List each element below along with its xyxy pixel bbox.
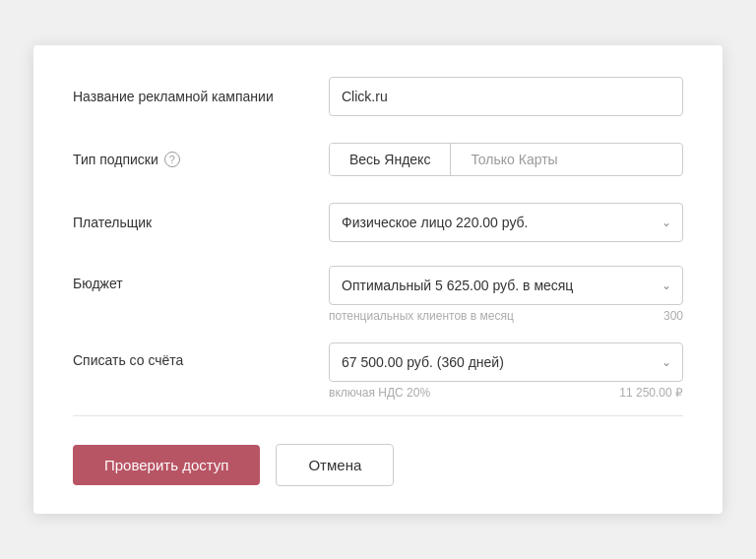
budget-select-wrapper: Оптимальный 5 625.00 руб. в месяц ⌄ [329, 266, 683, 305]
subscription-type-row: Тип подписки ? Весь Яндекс Только Карты [73, 140, 683, 179]
deduct-select[interactable]: 67 500.00 руб. (360 дней) [329, 342, 683, 382]
deduct-row: Списать со счёта 67 500.00 руб. (360 дне… [73, 342, 683, 400]
subscription-type-label: Тип подписки ? [73, 152, 329, 167]
modal-form: Название рекламной кампании Тип подписки… [33, 45, 723, 514]
deduct-hint: включая НДС 20% 11 250.00 ₽ [329, 386, 683, 400]
subscription-type-control: Весь Яндекс Только Карты [329, 143, 683, 176]
subscription-help-icon[interactable]: ? [164, 152, 180, 167]
check-access-button[interactable]: Проверить доступ [73, 445, 260, 485]
deduct-select-wrapper: 67 500.00 руб. (360 дней) ⌄ [329, 342, 683, 382]
budget-row: Бюджет Оптимальный 5 625.00 руб. в месяц… [73, 266, 683, 323]
deduct-control: 67 500.00 руб. (360 дней) ⌄ включая НДС … [329, 342, 683, 400]
budget-control: Оптимальный 5 625.00 руб. в месяц ⌄ поте… [329, 266, 683, 323]
toggle-only-maps[interactable]: Только Карты [451, 144, 577, 175]
payer-select-wrapper: Физическое лицо 220.00 руб. ⌄ [329, 203, 683, 242]
deduct-label: Списать со счёта [73, 342, 329, 368]
campaign-name-control [329, 77, 683, 116]
footer-actions: Проверить доступ Отмена [73, 440, 683, 486]
payer-control: Физическое лицо 220.00 руб. ⌄ [329, 203, 683, 242]
payer-select[interactable]: Физическое лицо 220.00 руб. [329, 203, 683, 242]
campaign-name-label: Название рекламной кампании [73, 89, 329, 104]
form-divider [73, 415, 683, 416]
deduct-hint-label: включая НДС 20% [329, 386, 430, 400]
payer-label: Плательщик [73, 215, 329, 230]
budget-select[interactable]: Оптимальный 5 625.00 руб. в месяц [329, 266, 683, 305]
budget-hint: потенциальных клиентов в месяц 300 [329, 309, 683, 323]
budget-hint-value: 300 [663, 309, 683, 323]
campaign-name-input[interactable] [329, 77, 683, 116]
subscription-toggle-group: Весь Яндекс Только Карты [329, 143, 683, 176]
budget-label: Бюджет [73, 266, 329, 291]
toggle-all-yandex[interactable]: Весь Яндекс [330, 144, 451, 175]
deduct-hint-value: 11 250.00 ₽ [619, 386, 683, 400]
cancel-button[interactable]: Отмена [276, 444, 394, 486]
budget-hint-label: потенциальных клиентов в месяц [329, 309, 514, 323]
campaign-name-row: Название рекламной кампании [73, 77, 683, 116]
payer-row: Плательщик Физическое лицо 220.00 руб. ⌄ [73, 203, 683, 242]
